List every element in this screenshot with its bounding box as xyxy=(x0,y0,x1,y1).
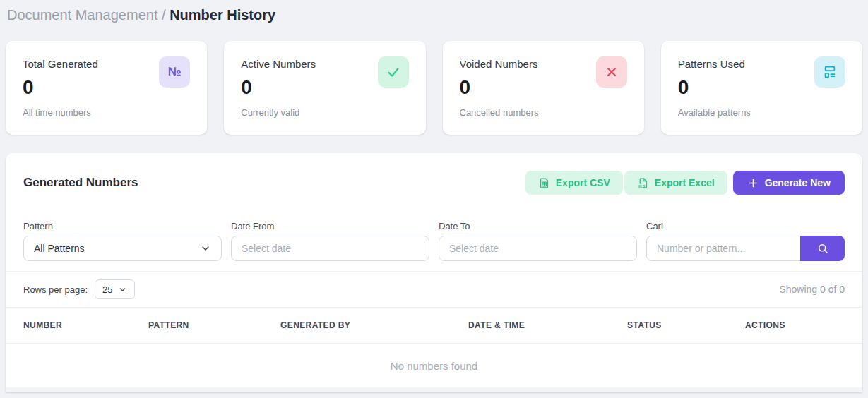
generate-new-label: Generate New xyxy=(765,177,831,188)
panel-title: Generated Numbers xyxy=(23,176,138,190)
breadcrumb: Document Management / Number History xyxy=(0,0,868,23)
stat-card-voided-numbers: Voided Numbers 0 Cancelled numbers xyxy=(443,41,644,135)
column-header-number: NUMBER xyxy=(23,320,148,330)
rows-per-page-select[interactable]: 25 xyxy=(95,279,134,299)
table-footer-strip xyxy=(6,387,862,392)
stat-cards: Total Generated 0 All time numbers № Act… xyxy=(6,41,862,135)
panel-header: Generated Numbers Export CSV xyxy=(6,153,862,195)
file-xls-icon: XLS xyxy=(637,177,649,189)
layout-list-icon xyxy=(814,56,845,88)
export-excel-button[interactable]: XLS Export Excel xyxy=(624,171,727,195)
stat-card-patterns-used: Patterns Used 0 Available patterns xyxy=(661,41,862,135)
date-from-label: Date From xyxy=(231,221,429,231)
export-buttons-group: Export CSV XLS Export Excel xyxy=(525,171,727,195)
export-csv-button[interactable]: Export CSV xyxy=(525,171,623,195)
stat-subtitle: All time numbers xyxy=(23,107,190,118)
date-to-label: Date To xyxy=(439,221,637,231)
rows-per-page-label: Rows per page: xyxy=(23,284,88,295)
check-icon xyxy=(378,56,409,88)
search-icon xyxy=(816,242,829,255)
search-input[interactable] xyxy=(646,236,800,261)
file-spreadsheet-icon xyxy=(538,177,550,189)
filters-row: Pattern All Patterns Date From Date To C… xyxy=(6,221,862,261)
column-header-status: STATUS xyxy=(627,320,745,330)
column-header-actions: ACTIONS xyxy=(745,320,845,330)
pattern-select-value: All Patterns xyxy=(34,243,85,254)
date-to-input[interactable] xyxy=(439,236,637,261)
column-header-date-time: DATE & TIME xyxy=(468,320,627,330)
date-from-input[interactable] xyxy=(231,236,429,261)
breadcrumb-parent[interactable]: Document Management / xyxy=(7,7,166,23)
filter-date-to: Date To xyxy=(439,221,637,261)
column-header-pattern: PATTERN xyxy=(148,320,280,330)
numero-icon: № xyxy=(159,56,190,88)
table-header: NUMBER PATTERN GENERATED BY DATE & TIME … xyxy=(6,308,862,343)
pagination-row: Rows per page: 25 Showing 0 of 0 xyxy=(6,272,862,307)
stat-subtitle: Available patterns xyxy=(678,107,845,118)
plus-icon xyxy=(747,177,759,189)
rows-per-page: Rows per page: 25 xyxy=(23,279,135,299)
chevron-down-icon xyxy=(200,243,211,254)
showing-count: Showing 0 of 0 xyxy=(779,284,845,295)
search-button[interactable] xyxy=(800,236,845,261)
page-title: Number History xyxy=(170,7,275,23)
svg-text:XLS: XLS xyxy=(638,184,646,188)
export-csv-label: Export CSV xyxy=(556,177,610,188)
pattern-label: Pattern xyxy=(23,221,222,231)
search-group xyxy=(646,236,845,261)
search-label: Cari xyxy=(646,221,845,231)
generate-new-button[interactable]: Generate New xyxy=(733,171,845,195)
column-header-generated-by: GENERATED BY xyxy=(280,320,468,330)
x-icon xyxy=(596,56,627,88)
rows-per-page-value: 25 xyxy=(102,284,112,295)
panel-actions: Export CSV XLS Export Excel xyxy=(525,171,845,195)
stat-subtitle: Cancelled numbers xyxy=(460,107,627,118)
pattern-select[interactable]: All Patterns xyxy=(23,236,222,261)
stat-card-total-generated: Total Generated 0 All time numbers № xyxy=(6,41,207,135)
export-excel-label: Export Excel xyxy=(655,177,715,188)
filter-search: Cari xyxy=(646,221,845,261)
filter-pattern: Pattern All Patterns xyxy=(23,221,222,261)
chevron-down-icon xyxy=(118,285,127,294)
generated-numbers-panel: Generated Numbers Export CSV xyxy=(6,153,862,392)
stat-subtitle: Currently valid xyxy=(241,107,408,118)
empty-state-message: No numbers found xyxy=(6,344,862,387)
filter-date-from: Date From xyxy=(231,221,429,261)
stat-card-active-numbers: Active Numbers 0 Currently valid xyxy=(224,41,425,135)
